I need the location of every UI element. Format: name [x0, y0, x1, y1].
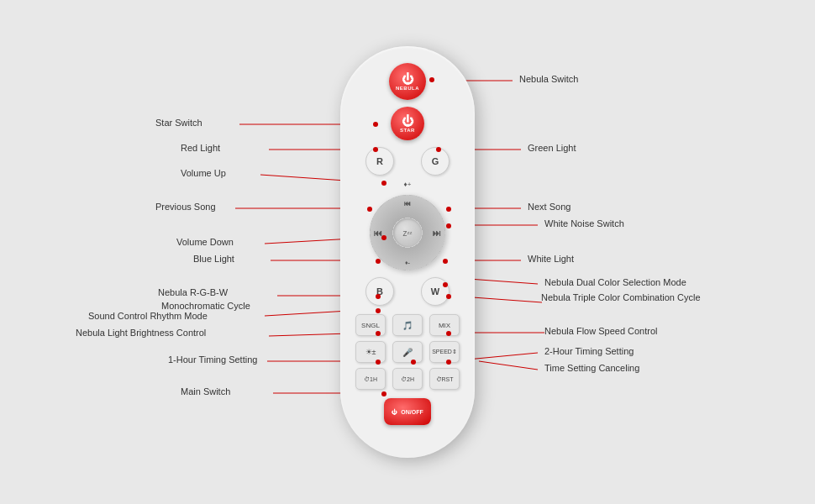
dot-sound — [376, 308, 381, 313]
dot-speed — [446, 331, 451, 336]
sleep-button[interactable]: zzz — [393, 218, 422, 247]
dot-reset — [446, 360, 451, 365]
label-white-light: White Light — [528, 254, 574, 264]
label-volume-up: Volume Up — [181, 168, 226, 178]
nebula-label: NEBULA — [396, 86, 419, 91]
speed-button[interactable]: SPEED⇕ — [429, 341, 460, 363]
label-red-light: Red Light — [181, 143, 220, 153]
star-power-icon: ⏻ — [402, 115, 413, 127]
star-label: STAR — [400, 128, 415, 133]
voice-icon: 🎤 — [402, 348, 413, 357]
reset-button[interactable]: ⏱RST — [429, 368, 460, 390]
bw-row: B W — [365, 277, 450, 306]
label-white-noise: White Noise Switch — [544, 218, 624, 228]
label-green-light: Green Light — [528, 143, 576, 153]
main-power-button[interactable]: ⏻ ON/OFF — [384, 398, 431, 425]
label-nebula-dual: Nebula Dual Color Selection Mode — [544, 277, 686, 287]
label-blue-light: Blue Light — [193, 254, 234, 264]
nebula-button[interactable]: ⏻ NEBULA — [389, 63, 426, 100]
nav-ring: ⏮ ♦- ⏮ ⏭ zzz — [370, 195, 445, 270]
label-nebula-brightness: Nebula Light Brightness Control — [76, 328, 206, 338]
dot-1h — [376, 360, 381, 365]
r-button[interactable]: R — [365, 147, 394, 176]
svg-line-19 — [479, 361, 538, 370]
voice-button[interactable]: 🎤 — [392, 341, 423, 363]
dot-2h — [411, 360, 416, 365]
label-mono-cycle: Monochromatic Cycle — [161, 301, 250, 311]
mic-icon: 🎵 — [402, 321, 413, 330]
label-time-cancel: Time Setting Canceling — [544, 363, 639, 373]
dot-dual — [443, 282, 448, 287]
mic-button[interactable]: 🎵 — [392, 314, 423, 336]
label-nebula-rgbw: Nebula R-G-B-W — [158, 287, 228, 297]
next-song-button[interactable]: ⏭ — [433, 228, 441, 238]
dot-green — [436, 147, 441, 152]
main-power-label: ON/OFF — [401, 409, 423, 415]
dot-rgbw — [376, 294, 381, 299]
label-2hour: 2-Hour Timing Setting — [544, 346, 634, 356]
dot-next — [446, 207, 451, 212]
func-row: ☀± 🎤 SPEED⇕ — [355, 341, 460, 363]
dot-white — [443, 259, 448, 264]
label-nebula-switch: Nebula Switch — [519, 74, 578, 84]
sngl-icon: SNGL — [361, 322, 380, 329]
dot-voldn — [381, 235, 386, 240]
b-button[interactable]: B — [365, 277, 394, 306]
dot-red — [373, 147, 378, 152]
prev-track-button[interactable]: ⏮ — [404, 200, 411, 207]
brightness-icon: ☀± — [365, 348, 376, 356]
nav-ring-wrapper: ⏮ ♦- ⏮ ⏭ zzz — [370, 195, 445, 270]
vol-down-indicator: ♦- — [405, 260, 410, 265]
dot-prev — [367, 207, 372, 212]
label-star-switch: Star Switch — [155, 118, 202, 128]
label-nebula-flow: Nebula Flow Speed Control — [544, 326, 658, 336]
g-button[interactable]: G — [421, 147, 450, 176]
dot-nebula — [429, 77, 434, 82]
label-nebula-triple: Nebula Triple Color Combination Cycle — [541, 292, 701, 302]
timer1h-button[interactable]: ⏱1H — [355, 368, 386, 390]
mix-icon: MIX — [439, 322, 450, 329]
dot-volup — [381, 181, 386, 186]
label-volume-down: Volume Down — [176, 237, 234, 247]
dot-main — [381, 391, 386, 396]
main-power-icon: ⏻ — [392, 409, 397, 415]
dot-triple — [446, 294, 451, 299]
mode-row: SNGL 🎵 MIX — [355, 314, 460, 336]
mix-button[interactable]: MIX — [429, 314, 460, 336]
dot-blue — [376, 259, 381, 264]
dot-bright — [376, 331, 381, 336]
power-icon: ⏻ — [402, 73, 413, 85]
label-previous-song: Previous Song — [155, 202, 216, 212]
timer2h-button[interactable]: ⏱2H — [392, 368, 423, 390]
brightness-button[interactable]: ☀± — [355, 341, 386, 363]
sngl-button[interactable]: SNGL — [355, 314, 386, 336]
label-sound-control: Sound Control Rhythm Mode — [88, 311, 208, 321]
star-button[interactable]: ⏻ STAR — [391, 107, 424, 140]
dot-star — [373, 122, 378, 127]
speed-icon: SPEED⇕ — [432, 349, 457, 355]
timer1h-icon: ⏱1H — [364, 376, 377, 382]
timing-row: ⏱1H ⏱2H ⏱RST — [355, 368, 460, 390]
label-main-switch: Main Switch — [181, 386, 230, 396]
label-1hour: 1-Hour Timing Setting — [168, 354, 257, 365]
dot-whitenoise — [446, 223, 451, 228]
label-next-song: Next Song — [528, 202, 570, 212]
remote-control: ⏻ NEBULA ⏻ STAR R G ♦+ ⏮ ♦- ⏮ ⏭ zzz B W … — [340, 46, 475, 458]
reset-icon: ⏱RST — [436, 376, 454, 382]
timer2h-icon: ⏱2H — [401, 376, 414, 382]
